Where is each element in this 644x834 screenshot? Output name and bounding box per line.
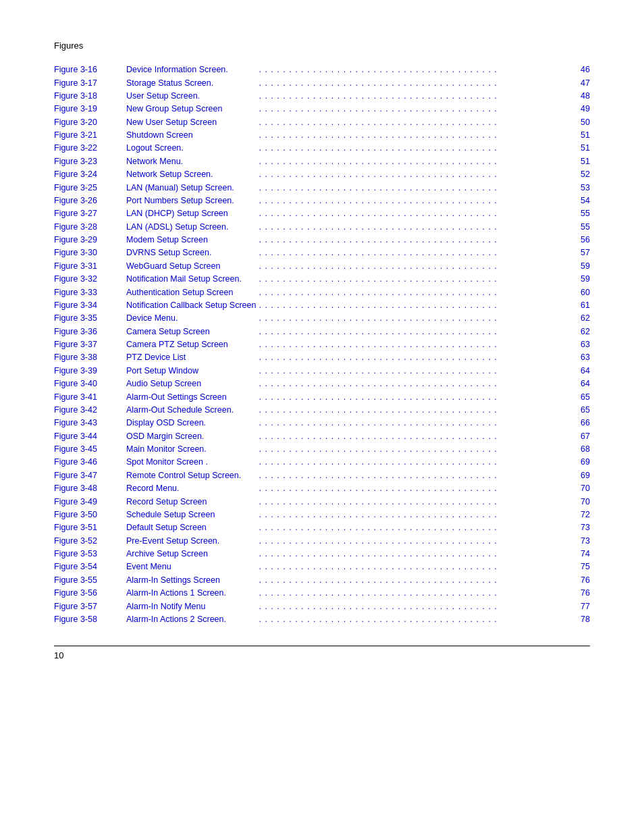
figure-dots: . . . . . . . . . . . . . . . . . . . . …	[259, 534, 570, 547]
toc-row[interactable]: Figure 3-39Port Setup Window. . . . . . …	[54, 364, 590, 377]
figure-label: Figure 3-54	[54, 560, 118, 573]
toc-row[interactable]: Figure 3-19New Group Setup Screen. . . .…	[54, 102, 590, 115]
figure-label: Figure 3-17	[54, 76, 118, 88]
toc-row[interactable]: Figure 3-30DVRNS Setup Screen.. . . . . …	[54, 246, 590, 259]
toc-row[interactable]: Figure 3-51Default Setup Screen. . . . .…	[54, 521, 590, 533]
toc-row[interactable]: Figure 3-27LAN (DHCP) Setup Screen. . . …	[54, 207, 590, 219]
toc-row[interactable]: Figure 3-28LAN (ADSL) Setup Screen.. . .…	[54, 220, 590, 233]
toc-row[interactable]: Figure 3-45Main Monitor Screen.. . . . .…	[54, 442, 590, 455]
figure-title: New User Setup Screen	[118, 115, 259, 128]
toc-row[interactable]: Figure 3-26Port Numbers Setup Screen.. .…	[54, 194, 590, 207]
figure-title: Network Menu.	[118, 155, 259, 167]
figure-title: Device Menu.	[118, 311, 259, 324]
figure-label: Figure 3-56	[54, 586, 118, 599]
figure-title: PTZ Device List	[118, 350, 259, 363]
toc-row[interactable]: Figure 3-36Camera Setup Screen. . . . . …	[54, 325, 590, 338]
figure-dots: . . . . . . . . . . . . . . . . . . . . …	[259, 481, 570, 494]
toc-row[interactable]: Figure 3-18User Setup Screen.. . . . . .…	[54, 89, 590, 102]
figure-page-num: 55	[570, 220, 590, 233]
figure-title: Alarm-In Notify Menu	[118, 599, 259, 612]
figure-title: Display OSD Screen.	[118, 416, 259, 429]
figure-dots: . . . . . . . . . . . . . . . . . . . . …	[259, 416, 570, 429]
toc-row[interactable]: Figure 3-34Notification Callback Setup S…	[54, 298, 590, 311]
toc-row[interactable]: Figure 3-57Alarm-In Notify Menu. . . . .…	[54, 599, 590, 612]
figure-title: Alarm-In Actions 1 Screen.	[118, 586, 259, 599]
figure-page-num: 61	[570, 298, 590, 311]
toc-row[interactable]: Figure 3-54Event Menu. . . . . . . . . .…	[54, 560, 590, 573]
figure-page-num: 70	[570, 494, 590, 507]
figure-dots: . . . . . . . . . . . . . . . . . . . . …	[259, 128, 570, 141]
figure-dots: . . . . . . . . . . . . . . . . . . . . …	[259, 494, 570, 507]
figure-page-num: 62	[570, 325, 590, 338]
figure-label: Figure 3-38	[54, 350, 118, 363]
figure-dots: . . . . . . . . . . . . . . . . . . . . …	[259, 246, 570, 259]
toc-row[interactable]: Figure 3-46Spot Monitor Screen .. . . . …	[54, 455, 590, 468]
toc-row[interactable]: Figure 3-55Alarm-In Settings Screen. . .…	[54, 573, 590, 586]
figure-label: Figure 3-35	[54, 311, 118, 324]
figure-title: Schedule Setup Screen	[118, 508, 259, 521]
figure-page-num: 63	[570, 338, 590, 350]
figure-page-num: 57	[570, 246, 590, 259]
toc-row[interactable]: Figure 3-48Record Menu.. . . . . . . . .…	[54, 481, 590, 494]
figure-dots: . . . . . . . . . . . . . . . . . . . . …	[259, 560, 570, 573]
toc-row[interactable]: Figure 3-31WebGuard Setup Screen. . . . …	[54, 259, 590, 272]
figure-page-num: 72	[570, 508, 590, 521]
figure-page-num: 66	[570, 416, 590, 429]
figure-label: Figure 3-49	[54, 494, 118, 507]
toc-row[interactable]: Figure 3-21Shutdown Screen. . . . . . . …	[54, 128, 590, 141]
figure-label: Figure 3-16	[54, 63, 118, 76]
toc-row[interactable]: Figure 3-49Record Setup Screen. . . . . …	[54, 494, 590, 507]
figure-dots: . . . . . . . . . . . . . . . . . . . . …	[259, 63, 570, 76]
toc-row[interactable]: Figure 3-17Storage Status Screen.. . . .…	[54, 76, 590, 88]
figure-title: Remote Control Setup Screen.	[118, 469, 259, 481]
figure-dots: . . . . . . . . . . . . . . . . . . . . …	[259, 508, 570, 521]
figure-dots: . . . . . . . . . . . . . . . . . . . . …	[259, 325, 570, 338]
section-title: Figures	[54, 41, 590, 51]
toc-row[interactable]: Figure 3-47Remote Control Setup Screen..…	[54, 469, 590, 481]
toc-row[interactable]: Figure 3-44OSD Margin Screen.. . . . . .…	[54, 429, 590, 442]
figure-dots: . . . . . . . . . . . . . . . . . . . . …	[259, 403, 570, 416]
toc-row[interactable]: Figure 3-37Camera PTZ Setup Screen. . . …	[54, 338, 590, 350]
toc-row[interactable]: Figure 3-56Alarm-In Actions 1 Screen.. .…	[54, 586, 590, 599]
toc-row[interactable]: Figure 3-43Display OSD Screen.. . . . . …	[54, 416, 590, 429]
toc-row[interactable]: Figure 3-25LAN (Manual) Setup Screen.. .…	[54, 180, 590, 193]
toc-row[interactable]: Figure 3-35Device Menu.. . . . . . . . .…	[54, 311, 590, 324]
figure-page-num: 76	[570, 573, 590, 586]
toc-row[interactable]: Figure 3-24Network Setup Screen.. . . . …	[54, 167, 590, 180]
toc-row[interactable]: Figure 3-41Alarm-Out Settings Screen. . …	[54, 390, 590, 402]
toc-row[interactable]: Figure 3-32Notification Mail Setup Scree…	[54, 272, 590, 285]
toc-row[interactable]: Figure 3-20New User Setup Screen. . . . …	[54, 115, 590, 128]
toc-row[interactable]: Figure 3-29Modem Setup Screen. . . . . .…	[54, 233, 590, 246]
figure-label: Figure 3-22	[54, 141, 118, 154]
figure-page-num: 64	[570, 364, 590, 377]
figure-dots: . . . . . . . . . . . . . . . . . . . . …	[259, 455, 570, 468]
toc-row[interactable]: Figure 3-42Alarm-Out Schedule Screen.. .…	[54, 403, 590, 416]
figure-page-num: 68	[570, 442, 590, 455]
toc-row[interactable]: Figure 3-22Logout Screen.. . . . . . . .…	[54, 141, 590, 154]
toc-row[interactable]: Figure 3-16Device Information Screen.. .…	[54, 63, 590, 76]
figure-dots: . . . . . . . . . . . . . . . . . . . . …	[259, 586, 570, 599]
figure-page-num: 49	[570, 102, 590, 115]
figure-page-num: 75	[570, 560, 590, 573]
figure-dots: . . . . . . . . . . . . . . . . . . . . …	[259, 364, 570, 377]
figure-label: Figure 3-58	[54, 613, 118, 625]
figure-page-num: 48	[570, 89, 590, 102]
toc-row[interactable]: Figure 3-40Audio Setup Screen. . . . . .…	[54, 377, 590, 390]
toc-row[interactable]: Figure 3-52Pre-Event Setup Screen.. . . …	[54, 534, 590, 547]
figure-page-num: 64	[570, 377, 590, 390]
toc-row[interactable]: Figure 3-58Alarm-In Actions 2 Screen.. .…	[54, 613, 590, 625]
toc-row[interactable]: Figure 3-23Network Menu.. . . . . . . . …	[54, 155, 590, 167]
toc-row[interactable]: Figure 3-33Authentication Setup Screen. …	[54, 285, 590, 298]
figure-title: New Group Setup Screen	[118, 102, 259, 115]
figure-label: Figure 3-25	[54, 180, 118, 193]
figure-page-num: 53	[570, 180, 590, 193]
figure-title: Main Monitor Screen.	[118, 442, 259, 455]
page-container: Figures Figure 3-16Device Information Sc…	[0, 0, 644, 701]
toc-row[interactable]: Figure 3-53Archive Setup Screen. . . . .…	[54, 547, 590, 560]
figure-page-num: 69	[570, 469, 590, 481]
figure-label: Figure 3-46	[54, 455, 118, 468]
figure-page-num: 46	[570, 63, 590, 76]
figure-title: Default Setup Screen	[118, 521, 259, 533]
toc-row[interactable]: Figure 3-50Schedule Setup Screen. . . . …	[54, 508, 590, 521]
toc-row[interactable]: Figure 3-38PTZ Device List. . . . . . . …	[54, 350, 590, 363]
